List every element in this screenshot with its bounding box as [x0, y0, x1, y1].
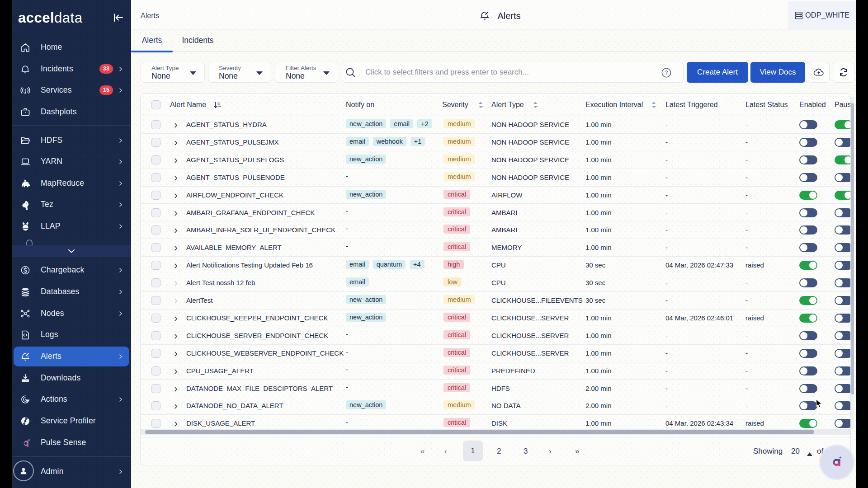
svg-text:?: ? [665, 70, 668, 76]
